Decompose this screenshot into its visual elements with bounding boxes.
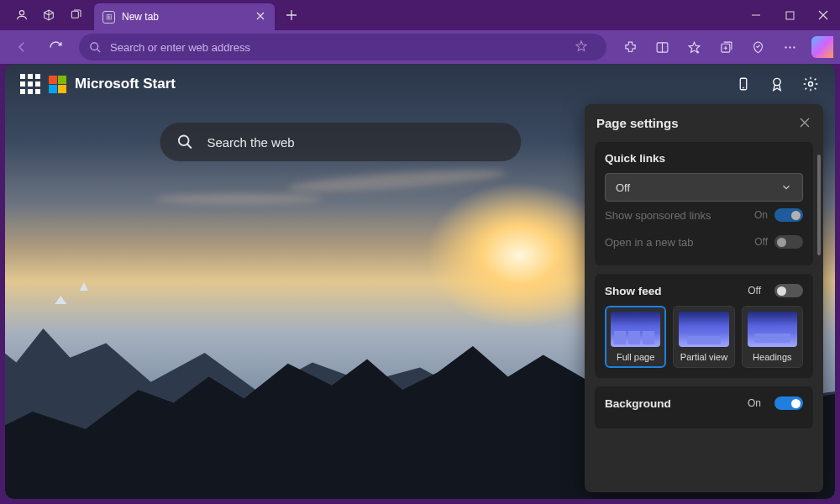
tab-close-button[interactable] <box>253 8 268 26</box>
panel-title: Page settings <box>596 116 679 130</box>
svg-rect-2 <box>786 12 794 19</box>
tab-actions-icon[interactable] <box>62 2 89 29</box>
svg-rect-1 <box>71 11 78 18</box>
split-screen-icon[interactable] <box>647 34 677 60</box>
background-title: Background <box>605 397 671 410</box>
sponsored-links-row: Show sponsored links On <box>605 202 803 228</box>
show-feed-title: Show feed <box>605 285 662 297</box>
quick-links-title: Quick links <box>605 152 803 165</box>
page-settings-panel: Page settings Quick links Off Show spons… <box>585 104 823 492</box>
mobile-icon[interactable] <box>734 75 753 93</box>
panel-scrollbar[interactable] <box>817 155 821 255</box>
panel-close-button[interactable] <box>798 114 811 132</box>
open-new-tab-toggle[interactable] <box>774 235 803 249</box>
feed-option-partial-view[interactable]: Partial view <box>673 306 734 368</box>
extensions-icon[interactable] <box>615 34 645 60</box>
svg-point-11 <box>809 82 813 87</box>
chevron-down-icon <box>780 181 792 193</box>
refresh-button[interactable] <box>40 34 71 60</box>
sponsored-links-toggle[interactable] <box>774 208 803 222</box>
address-bar[interactable]: Search or enter web address <box>79 34 606 60</box>
browser-tab[interactable]: ⊞ New tab <box>94 3 275 30</box>
background-state-label: On <box>748 397 761 409</box>
profile-icon[interactable] <box>8 2 35 29</box>
dropdown-value: Off <box>616 181 630 194</box>
background-toggle[interactable] <box>774 396 803 410</box>
back-button[interactable] <box>7 34 37 60</box>
title-bar: ⊞ New tab <box>0 0 840 30</box>
svg-point-0 <box>19 11 24 15</box>
minimize-button[interactable] <box>739 0 773 30</box>
background-section: Background On <box>595 386 813 428</box>
feed-option-headings[interactable]: Headings <box>742 306 803 368</box>
address-bar-placeholder: Search or enter web address <box>110 41 250 54</box>
quick-links-section: Quick links Off Show sponsored links On … <box>595 142 813 265</box>
workspaces-icon[interactable] <box>35 2 62 29</box>
new-tab-button[interactable] <box>278 2 305 29</box>
browser-essentials-icon[interactable] <box>743 34 773 60</box>
quick-links-dropdown[interactable]: Off <box>605 173 803 202</box>
more-menu-icon[interactable] <box>774 34 805 60</box>
show-feed-toggle[interactable] <box>774 284 803 297</box>
svg-point-8 <box>793 46 795 48</box>
page-brand: Microsoft Start <box>75 76 176 92</box>
show-feed-section: Show feed Off Full page Partial view Hea… <box>595 274 813 378</box>
window-controls <box>739 0 840 30</box>
svg-point-7 <box>789 46 790 48</box>
rewards-icon[interactable] <box>768 75 786 93</box>
close-window-button[interactable] <box>806 0 840 30</box>
web-search-placeholder: Search the web <box>207 135 294 150</box>
browser-toolbar: Search or enter web address <box>0 30 840 64</box>
settings-gear-icon[interactable] <box>801 75 820 93</box>
open-new-tab-row: Open in a new tab Off <box>605 228 803 255</box>
svg-point-6 <box>785 46 786 48</box>
search-icon <box>89 41 102 54</box>
feed-state-label: Off <box>748 285 761 297</box>
web-search-box[interactable]: Search the web <box>160 123 521 161</box>
new-tab-page: Microsoft Start Search the web Page sett… <box>5 64 835 499</box>
search-icon <box>176 134 193 150</box>
favorite-icon[interactable] <box>575 39 596 55</box>
feed-option-full-page[interactable]: Full page <box>605 306 666 368</box>
favorites-icon[interactable] <box>679 34 709 60</box>
tab-favicon-icon: ⊞ <box>102 11 115 24</box>
maximize-button[interactable] <box>773 0 806 30</box>
svg-point-12 <box>179 136 189 146</box>
svg-point-3 <box>91 42 98 50</box>
app-launcher-icon[interactable] <box>20 74 40 94</box>
svg-point-10 <box>774 78 780 85</box>
collections-icon[interactable] <box>711 34 741 60</box>
tab-title: New tab <box>122 11 159 23</box>
microsoft-logo-icon <box>49 76 66 93</box>
copilot-button[interactable] <box>811 36 833 58</box>
